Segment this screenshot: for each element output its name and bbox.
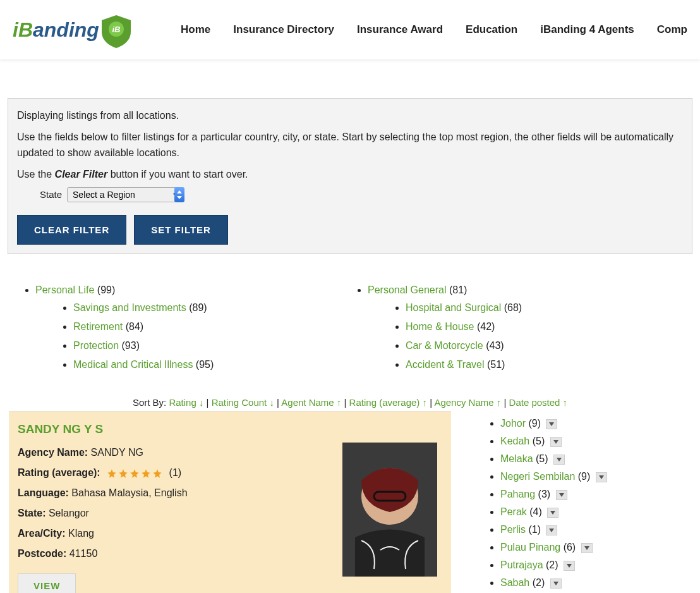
star-icon [107,468,117,479]
nav-comp[interactable]: Comp [657,23,687,36]
expand-icon[interactable] [547,508,558,518]
category-columns: Personal Life (99) Savings and Investmen… [0,262,700,386]
state-item: Pahang (3) [500,489,615,500]
state-link[interactable]: Melaka [500,453,533,464]
sort-agent-name[interactable]: Agent Name ↑ [281,397,341,408]
sort-date-posted[interactable]: Date posted ↑ [509,397,568,408]
expand-icon[interactable] [556,490,567,500]
expand-icon[interactable] [596,472,607,482]
logo-text-b: anding [33,18,99,42]
nav-award[interactable]: Insurance Award [357,23,443,36]
filter-line2: Use the fields below to filter listings … [17,129,683,161]
cat-hospital[interactable]: Hospital and Surgical [406,302,501,313]
state-item: Putrajaya (2) [500,559,615,571]
state-item: Perak (4) [500,506,615,518]
state-sidebar: Johor (9) Kedah (5) Melaka (5) Negeri Se… [451,412,615,593]
cat-car[interactable]: Car & Motorcycle [406,340,483,351]
filter-box: Displaying listings from all locations. … [8,98,692,254]
state-item: Sabah (2) [500,577,615,589]
state-item: Kedah (5) [500,436,615,447]
state-item: Negeri Sembilan (9) [500,471,615,482]
listing-card: SANDY NG Y S Agency Name: SANDY NG Ratin… [9,412,451,593]
state-link[interactable]: Negeri Sembilan [500,471,575,482]
state-link[interactable]: Pahang [500,489,535,499]
cat-home[interactable]: Home & House [406,321,474,332]
clear-filter-button[interactable]: CLEAR FILTER [17,215,126,245]
filter-line3: Use the Clear Filter button if you want … [17,166,683,183]
view-button[interactable]: VIEW [18,573,76,593]
sort-agency-name[interactable]: Agency Name ↑ [434,397,501,408]
sort-rating-count[interactable]: Rating Count ↓ [212,397,274,408]
expand-icon[interactable] [564,561,575,571]
state-item: Perlis (1) [500,524,615,535]
state-link[interactable]: Kedah [500,436,529,446]
star-icon [130,468,140,479]
rating-stars [107,468,162,479]
set-filter-button[interactable]: SET FILTER [134,215,228,245]
expand-icon[interactable] [546,525,557,535]
state-item: Johor (9) [500,418,615,429]
state-link[interactable]: Pulau Pinang [500,542,560,553]
nav-links: Home Insurance Directory Insurance Award… [181,23,687,36]
expand-icon[interactable] [546,419,557,429]
expand-icon[interactable] [581,543,593,553]
filter-line1: Displaying listings from all locations. [17,107,683,124]
sort-row: Sort By: Rating ↓ | Rating Count ↓ | Age… [5,397,695,408]
star-icon [141,468,151,479]
state-item: Melaka (5) [500,453,615,465]
state-select[interactable]: Select a Region [67,187,182,202]
cat-retirement[interactable]: Retirement [73,321,123,332]
sort-rating-avg[interactable]: Rating (average) ↑ [349,397,427,408]
expand-icon[interactable] [553,455,565,465]
nav-education[interactable]: Education [466,23,517,36]
state-item: Pulau Pinang (6) [500,542,615,553]
listings: SANDY NG Y S Agency Name: SANDY NG Ratin… [9,412,451,593]
state-link[interactable]: Johor [500,418,526,429]
cat-personal-general[interactable]: Personal General [368,284,447,295]
select-arrows-icon [174,187,184,202]
nav-home[interactable]: Home [181,23,210,36]
state-link[interactable]: Sabah [500,577,529,588]
state-link[interactable]: Putrajaya [500,559,543,570]
cat-personal-life[interactable]: Personal Life [35,284,94,295]
agent-photo [342,443,437,577]
star-icon [152,468,162,479]
state-link[interactable]: Perlis [500,524,526,535]
cat-medical[interactable]: Medical and Critical Illness [73,359,193,370]
shield-icon: iB [102,15,131,48]
svg-text:iB: iB [112,25,120,34]
listing-title[interactable]: SANDY NG Y S [18,422,103,436]
nav-directory[interactable]: Insurance Directory [233,23,334,36]
logo[interactable]: iBanding iB [13,11,131,48]
state-row: State Select a Region [40,187,683,202]
star-icon [118,468,128,479]
sort-rating[interactable]: Rating ↓ [169,397,203,408]
cat-protection[interactable]: Protection [73,340,119,351]
logo-text-a: iB [13,18,33,42]
state-link[interactable]: Perak [500,506,527,517]
nav-4agents[interactable]: iBanding 4 Agents [540,23,634,36]
expand-icon[interactable] [550,437,562,447]
cat-savings[interactable]: Savings and Investments [73,302,186,313]
main-nav: iBanding iB Home Insurance Directory Ins… [0,0,700,59]
cat-accident[interactable]: Accident & Travel [406,359,485,370]
state-label: State [40,187,62,202]
expand-icon[interactable] [550,578,562,589]
